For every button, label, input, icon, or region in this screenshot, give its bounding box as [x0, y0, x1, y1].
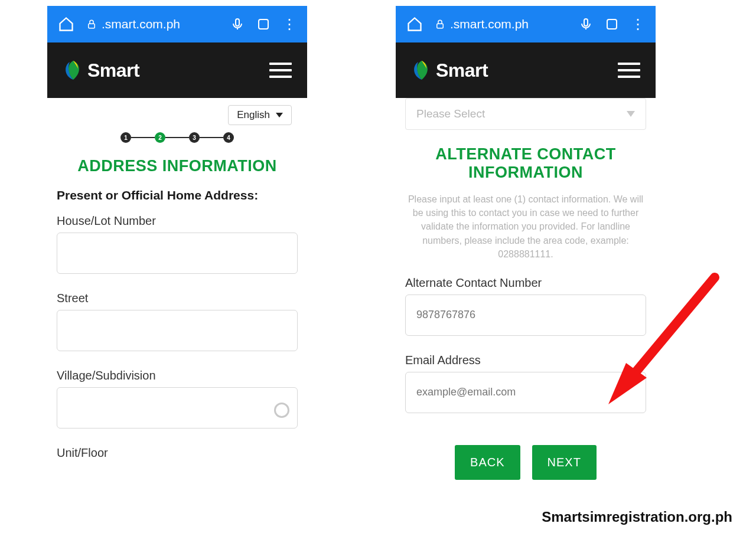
input-house[interactable] [57, 233, 298, 274]
select-dropdown[interactable]: Please Select [405, 98, 646, 130]
button-row: BACK NEXT [396, 431, 656, 485]
svg-rect-3 [437, 24, 444, 28]
browser-toolbar: .smart.com.ph ⋮ [47, 6, 307, 42]
select-placeholder: Please Select [416, 107, 485, 120]
label-house: House/Lot Number [57, 214, 298, 228]
field-street: Street [47, 292, 307, 369]
label-unit: Unit/Floor [57, 446, 298, 460]
input-alt-number[interactable] [405, 295, 646, 336]
address-subhead: Present or Official Home Address: [47, 188, 307, 214]
label-village: Village/Subdivision [57, 369, 298, 382]
smart-logo-text: Smart [87, 60, 139, 81]
smart-logo[interactable]: Smart [63, 60, 139, 81]
chevron-down-icon [276, 113, 283, 117]
field-unit: Unit/Floor [47, 446, 307, 460]
label-alt-number: Alternate Contact Number [405, 276, 646, 290]
mic-icon[interactable] [230, 17, 245, 31]
menu-icon[interactable] [618, 63, 640, 78]
browser-toolbar: .smart.com.ph ⋮ [396, 6, 656, 42]
step-2: 2 [155, 132, 165, 143]
input-street[interactable] [57, 310, 298, 351]
language-selector[interactable]: English [228, 105, 292, 125]
svg-rect-2 [259, 19, 268, 29]
overflow-menu-icon[interactable]: ⋮ [282, 16, 296, 32]
next-button[interactable]: NEXT [532, 445, 597, 480]
chevron-down-icon [627, 111, 635, 117]
field-alt-number: Alternate Contact Number [396, 276, 656, 354]
tabs-icon[interactable] [256, 17, 271, 31]
loading-spinner-icon [274, 403, 289, 418]
back-button[interactable]: BACK [455, 445, 520, 480]
watermark: Smartsimregistration.org.ph [542, 509, 732, 525]
phone-right: .smart.com.ph ⋮ Smart Pl [396, 6, 656, 485]
section-title: ALTERNATE CONTACT INFORMATION [396, 140, 656, 187]
field-email: Email Address [396, 354, 656, 431]
progress-stepper: 1 2 3 4 [47, 125, 307, 152]
smart-logo-text: Smart [436, 60, 488, 81]
svg-rect-5 [607, 19, 617, 29]
input-village[interactable] [57, 387, 298, 428]
home-icon[interactable] [406, 16, 423, 32]
lock-icon [86, 19, 97, 30]
input-email[interactable] [405, 372, 646, 413]
field-village: Village/Subdivision [47, 369, 307, 446]
site-header: Smart [47, 42, 307, 98]
menu-icon[interactable] [269, 63, 292, 78]
address-text: .smart.com.ph [450, 17, 529, 31]
mic-icon[interactable] [579, 17, 593, 31]
step-4: 4 [223, 132, 234, 143]
smart-logo-icon [63, 60, 84, 81]
form-content: English 1 2 3 4 ADDRESS INFORMATION Pres… [47, 98, 307, 460]
address-bar[interactable]: .smart.com.ph [86, 17, 219, 31]
svg-rect-4 [584, 19, 588, 26]
home-icon[interactable] [58, 16, 74, 32]
tabs-icon[interactable] [605, 17, 619, 31]
step-3: 3 [189, 132, 200, 143]
site-header: Smart [396, 42, 656, 98]
smart-logo[interactable]: Smart [411, 60, 488, 81]
label-email: Email Address [405, 354, 646, 367]
address-bar[interactable]: .smart.com.ph [435, 17, 567, 31]
step-1: 1 [120, 132, 131, 143]
section-title: ADDRESS INFORMATION [47, 152, 307, 188]
phone-left: .smart.com.ph ⋮ Smart En [47, 6, 307, 485]
lock-icon [435, 19, 445, 30]
section-description: Please input at least one (1) contact in… [396, 187, 656, 276]
address-text: .smart.com.ph [102, 17, 180, 31]
field-house: House/Lot Number [47, 214, 307, 292]
smart-logo-icon [411, 60, 432, 81]
form-content: Please Select ALTERNATE CONTACT INFORMAT… [396, 98, 656, 485]
language-label: English [237, 109, 270, 121]
label-street: Street [57, 292, 298, 305]
svg-rect-0 [89, 24, 95, 28]
overflow-menu-icon[interactable]: ⋮ [631, 16, 645, 32]
svg-rect-1 [236, 19, 239, 26]
